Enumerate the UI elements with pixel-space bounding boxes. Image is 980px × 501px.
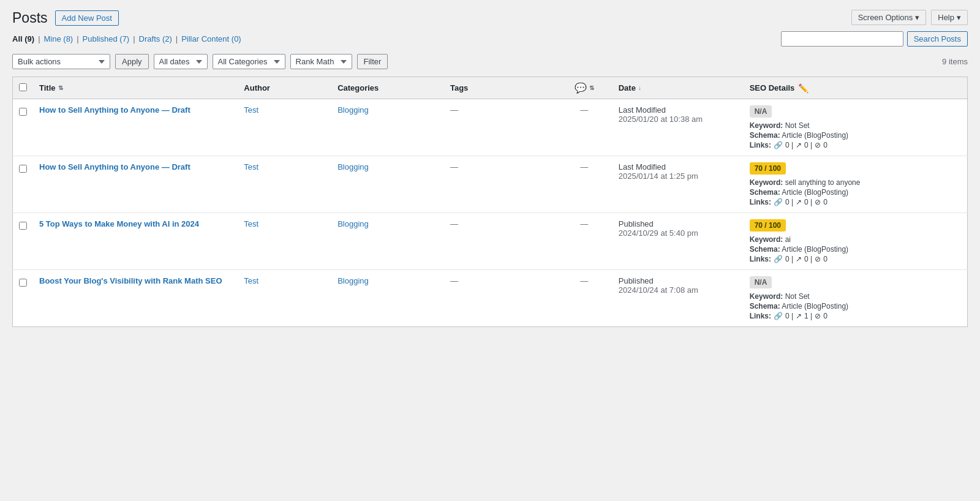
link-icon: 🔗 [774,255,783,263]
seo-keyword-row: Keyword: ai [750,235,961,244]
apply-button[interactable]: Apply [115,54,149,69]
post-author-cell: Test [238,213,331,270]
rank-math-select[interactable]: Rank Math [290,54,352,69]
seo-keyword-row: Keyword: Not Set [750,292,961,301]
seo-schema-row: Schema: Article (BlogPosting) [750,302,961,311]
search-posts-button[interactable]: Search Posts [907,31,968,47]
seo-links-row: Links: 🔗 0 | ↗ 0 | ⊘ 0 [750,198,961,206]
col-header-seo: SEO Details ✏️ [744,77,968,99]
tags-value: — [450,276,458,285]
posts-table: Title ⇅ Author Categories Tags 💬 ⇅ Date [12,77,968,327]
seo-score-badge: N/A [750,276,772,288]
link-icon: 🔗 [774,198,783,206]
category-link[interactable]: Blogging [337,219,369,228]
seo-links-row: Links: 🔗 0 | ↗ 0 | ⊘ 0 [750,255,961,263]
sort-icon: ⇅ [589,85,594,91]
post-title-cell: Boost Your Blog's Visibility with Rank M… [33,270,238,327]
category-link[interactable]: Blogging [337,276,369,285]
select-all-checkbox[interactable] [19,83,27,91]
seo-score-badge: 70 / 100 [750,162,786,175]
author-link[interactable]: Test [244,105,258,115]
post-seo-cell: 70 / 100Keyword: sell anything to anyone… [744,156,968,213]
seo-links-row: Links: 🔗 0 | ↗ 0 | ⊘ 0 [750,141,961,149]
col-header-title[interactable]: Title ⇅ [33,77,238,99]
table-row: 5 Top Ways to Make Money with AI in 2024… [13,213,968,270]
seo-score-badge: N/A [750,105,772,118]
row-checkbox-cell [13,213,34,270]
items-count: 9 items [942,57,968,66]
post-date-cell: Published2024/10/29 at 5:40 pm [612,213,744,270]
external-link-icon: ↗ [796,141,802,149]
filter-button[interactable]: Filter [357,54,388,69]
col-header-comments[interactable]: 💬 ⇅ [556,77,612,99]
date-value: 2025/01/14 at 1:25 pm [619,171,737,181]
row-checkbox[interactable] [19,108,27,116]
broken-link-icon: ⊘ [815,312,821,320]
date-status: Published [619,276,737,285]
author-link[interactable]: Test [244,219,258,228]
add-new-post-button[interactable]: Add New Post [55,10,119,26]
comments-value: — [580,276,588,285]
filter-pillar[interactable]: Pillar Content (0) [181,34,241,43]
post-tags-cell: — [444,213,556,270]
filter-published[interactable]: Published (7) [83,34,130,43]
link-icon: 🔗 [774,141,783,149]
author-link[interactable]: Test [244,276,258,285]
post-seo-cell: 70 / 100Keyword: aiSchema: Article (Blog… [744,213,968,270]
seo-schema-row: Schema: Article (BlogPosting) [750,245,961,254]
help-button[interactable]: Help ▾ [931,10,968,25]
post-comments-cell: — [556,213,612,270]
filter-mine[interactable]: Mine (8) [44,34,74,43]
dates-select[interactable]: All dates [154,54,208,69]
category-link[interactable]: Blogging [337,162,369,171]
post-date-cell: Last Modified2025/01/14 at 1:25 pm [612,156,744,213]
post-tags-cell: — [444,156,556,213]
table-row: Boost Your Blog's Visibility with Rank M… [13,270,968,327]
filter-drafts[interactable]: Drafts (2) [139,34,172,43]
post-comments-cell: — [556,156,612,213]
categories-select[interactable]: All Categories [213,54,285,69]
col-header-date[interactable]: Date ↓ [612,77,744,99]
date-status: Published [619,219,737,228]
comments-value: — [580,105,588,115]
broken-link-icon: ⊘ [815,141,821,149]
seo-keyword-row: Keyword: Not Set [750,121,961,130]
row-checkbox[interactable] [19,222,27,230]
seo-keyword-row: Keyword: sell anything to anyone [750,178,961,187]
author-link[interactable]: Test [244,162,258,171]
sort-icon: ⇅ [58,85,63,91]
post-categories-cell: Blogging [331,270,444,327]
row-checkbox[interactable] [19,279,27,287]
seo-edit-icon[interactable]: ✏️ [798,83,809,93]
post-title-link[interactable]: Boost Your Blog's Visibility with Rank M… [39,276,222,285]
date-status: Last Modified [619,162,737,171]
post-categories-cell: Blogging [331,213,444,270]
search-input[interactable] [781,31,903,47]
row-checkbox-cell [13,99,34,156]
post-title-link[interactable]: 5 Top Ways to Make Money with AI in 2024 [39,219,199,228]
post-categories-cell: Blogging [331,156,444,213]
post-seo-cell: N/AKeyword: Not SetSchema: Article (Blog… [744,99,968,156]
seo-links-row: Links: 🔗 0 | ↗ 1 | ⊘ 0 [750,312,961,320]
category-link[interactable]: Blogging [337,105,369,115]
col-header-categories: Categories [331,77,444,99]
table-row: How to Sell Anything to Anyone — DraftTe… [13,156,968,213]
post-title-link[interactable]: How to Sell Anything to Anyone — Draft [39,105,190,115]
row-checkbox-cell [13,270,34,327]
row-checkbox[interactable] [19,165,27,173]
post-title-cell: How to Sell Anything to Anyone — Draft [33,99,238,156]
filter-all[interactable]: All (9) [12,34,34,43]
post-comments-cell: — [556,99,612,156]
comments-value: — [580,162,588,171]
seo-schema-row: Schema: Article (BlogPosting) [750,131,961,140]
post-comments-cell: — [556,270,612,327]
tags-value: — [450,162,458,171]
post-author-cell: Test [238,270,331,327]
table-row: How to Sell Anything to Anyone — DraftTe… [13,99,968,156]
bulk-actions-select[interactable]: Bulk actions [12,54,110,69]
col-header-author: Author [238,77,331,99]
post-date-cell: Last Modified2025/01/20 at 10:38 am [612,99,744,156]
post-title-link[interactable]: How to Sell Anything to Anyone — Draft [39,162,190,171]
screen-options-button[interactable]: Screen Options ▾ [851,10,927,25]
comments-value: — [580,219,588,228]
